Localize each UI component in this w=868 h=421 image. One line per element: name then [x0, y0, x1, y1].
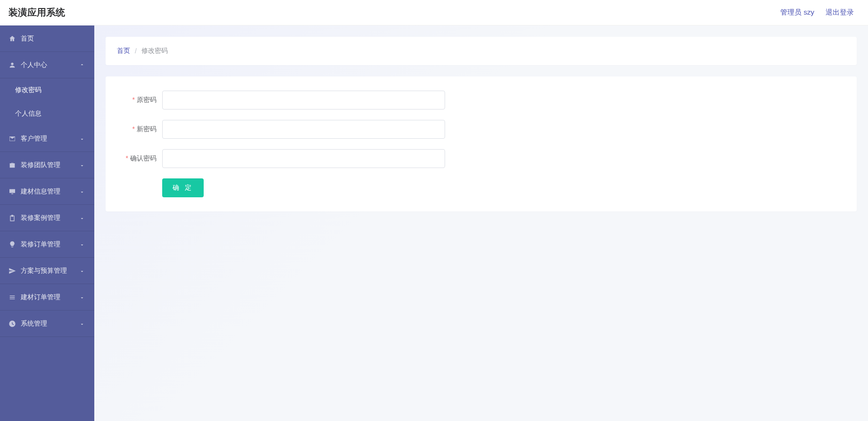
breadcrumb-separator: /: [135, 47, 137, 55]
sidebar-subitem-1-0[interactable]: 修改密码: [0, 78, 94, 102]
bulb-icon: [8, 241, 16, 248]
sidebar-item-5[interactable]: 装修案例管理: [0, 205, 94, 231]
form-row-2: *确认密码: [115, 149, 847, 168]
chevron-down-icon: [79, 268, 85, 274]
chevron-down-icon: [79, 136, 85, 142]
sidebar-item-label: 首页: [21, 34, 34, 43]
form-label-1: *新密码: [115, 125, 162, 134]
briefcase-icon: [8, 161, 16, 169]
chevron-down-icon: [79, 189, 85, 194]
required-asterisk: *: [126, 154, 128, 162]
form-label-0: *原密码: [115, 96, 162, 104]
sidebar-item-left: 装修订单管理: [8, 240, 60, 249]
sidebar-item-left: 建材信息管理: [8, 187, 60, 196]
app-title: 装潢应用系统: [8, 6, 65, 19]
sidebar-item-2[interactable]: 客户管理: [0, 126, 94, 152]
sidebar-item-label: 方案与预算管理: [21, 267, 67, 275]
sidebar-item-6[interactable]: 装修订单管理: [0, 231, 94, 258]
chevron-down-icon: [79, 242, 85, 247]
sidebar-item-label: 装修订单管理: [21, 240, 60, 249]
password-input-2[interactable]: [162, 149, 445, 168]
chevron-down-icon: [79, 295, 85, 300]
list-icon: [8, 294, 16, 301]
form-card: *原密码*新密码*确认密码 确 定: [106, 76, 857, 211]
password-input-1[interactable]: [162, 120, 445, 139]
chevron-down-icon: [79, 321, 85, 327]
display-icon: [8, 188, 16, 195]
sidebar-item-7[interactable]: 方案与预算管理: [0, 258, 94, 284]
password-input-0[interactable]: [162, 91, 445, 109]
breadcrumb: 首页 / 修改密码: [106, 37, 857, 65]
form-row-1: *新密码: [115, 120, 847, 139]
sidebar-item-1[interactable]: 个人中心: [0, 52, 94, 78]
sidebar-item-left: 装修案例管理: [8, 214, 60, 222]
mail-icon: [8, 135, 16, 143]
clipboard-icon: [8, 214, 16, 222]
send-icon: [8, 267, 16, 275]
sidebar-item-label: 装修团队管理: [21, 161, 60, 169]
sidebar-item-label: 建材订单管理: [21, 293, 60, 302]
sidebar-item-8[interactable]: 建材订单管理: [0, 284, 94, 311]
home-icon: [8, 35, 16, 42]
form-label-2: *确认密码: [115, 154, 162, 163]
sidebar-item-9[interactable]: 系统管理: [0, 311, 94, 337]
clock-icon: [8, 320, 16, 328]
sidebar: 首页个人中心修改密码个人信息客户管理装修团队管理建材信息管理装修案例管理装修订单…: [0, 25, 94, 421]
submit-button[interactable]: 确 定: [162, 178, 204, 197]
sidebar-item-left: 客户管理: [8, 135, 47, 143]
sidebar-item-3[interactable]: 装修团队管理: [0, 152, 94, 178]
sidebar-item-label: 建材信息管理: [21, 187, 60, 196]
chevron-down-icon: [79, 162, 85, 168]
form-label-text: 原密码: [137, 96, 157, 103]
required-asterisk: *: [132, 96, 135, 103]
sidebar-subitem-1-1[interactable]: 个人信息: [0, 102, 94, 126]
sidebar-item-left: 个人中心: [8, 61, 47, 69]
sidebar-item-label: 客户管理: [21, 135, 47, 143]
sidebar-item-label: 系统管理: [21, 320, 47, 328]
logout-link[interactable]: 退出登录: [826, 8, 854, 17]
sidebar-subitem-label: 个人信息: [15, 109, 41, 118]
form-row-0: *原密码: [115, 91, 847, 109]
breadcrumb-current: 修改密码: [141, 47, 168, 55]
sidebar-item-left: 方案与预算管理: [8, 267, 67, 275]
layout: 首页个人中心修改密码个人信息客户管理装修团队管理建材信息管理装修案例管理装修订单…: [0, 25, 868, 421]
admin-link[interactable]: 管理员 szy: [780, 8, 814, 17]
sidebar-item-4[interactable]: 建材信息管理: [0, 178, 94, 205]
form-label-text: 新密码: [137, 125, 157, 133]
sidebar-item-0[interactable]: 首页: [0, 25, 94, 52]
sidebar-item-label: 个人中心: [21, 61, 47, 69]
sidebar-subitem-label: 修改密码: [15, 86, 41, 94]
sidebar-item-left: 建材订单管理: [8, 293, 60, 302]
user-icon: [8, 61, 16, 69]
sidebar-item-left: 系统管理: [8, 320, 47, 328]
header-actions: 管理员 szy 退出登录: [780, 8, 854, 17]
sidebar-item-left: 首页: [8, 34, 34, 43]
sidebar-item-label: 装修案例管理: [21, 214, 60, 222]
breadcrumb-home[interactable]: 首页: [117, 47, 130, 55]
header: 装潢应用系统 管理员 szy 退出登录: [0, 0, 868, 25]
sidebar-item-left: 装修团队管理: [8, 161, 60, 169]
chevron-down-icon: [79, 62, 85, 68]
required-asterisk: *: [132, 125, 135, 133]
chevron-down-icon: [79, 215, 85, 221]
form-label-text: 确认密码: [130, 154, 157, 162]
main: 首页 / 修改密码 *原密码*新密码*确认密码 确 定: [94, 25, 868, 421]
